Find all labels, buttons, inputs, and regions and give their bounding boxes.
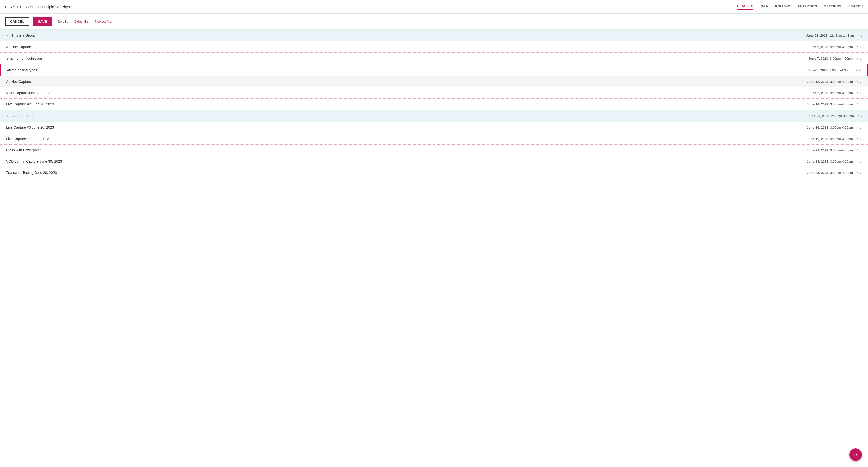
sort-oldest-button[interactable]: Oldest first xyxy=(74,20,89,23)
page-title: PHYS-101 - Section Principles of Physics xyxy=(5,4,74,9)
move-down-icon[interactable] xyxy=(860,148,862,152)
move-down-icon[interactable] xyxy=(860,102,862,106)
class-list: This is a Group June 21, 2023 12:41am-1:… xyxy=(0,30,868,178)
group-time: 2:53pm-3:13pm xyxy=(831,114,854,118)
sort-newest-button[interactable]: Newest first xyxy=(95,20,112,23)
reorder-arrows xyxy=(856,57,862,61)
reorder-arrows xyxy=(857,148,862,152)
group-date: June 21, 2023 xyxy=(806,34,828,37)
move-up-icon[interactable] xyxy=(857,171,859,175)
move-up-icon[interactable] xyxy=(857,137,859,141)
group-time: 12:41am-1:41am xyxy=(829,34,854,37)
move-up-icon[interactable] xyxy=(857,148,859,152)
move-down-icon[interactable] xyxy=(859,68,861,72)
move-down-icon[interactable] xyxy=(860,171,862,175)
class-title: VOD Capture June 20, 2023 xyxy=(6,91,51,95)
reorder-arrows xyxy=(857,91,862,95)
move-down-icon[interactable] xyxy=(860,91,862,95)
move-up-icon[interactable] xyxy=(857,79,859,84)
move-up-icon[interactable] xyxy=(856,57,859,61)
move-up-icon[interactable] xyxy=(858,114,860,118)
list-item: Live Capture June 20, 2023 June 19, 2023… xyxy=(0,133,868,144)
list-item: VOD 30 min Capture June 30, 2023 June 23… xyxy=(0,156,868,167)
move-up-icon[interactable] xyxy=(857,91,859,95)
move-up-icon[interactable] xyxy=(857,102,859,106)
list-item: Sharing from collection June 7, 2023 3:0… xyxy=(0,53,868,64)
move-down-icon[interactable] xyxy=(860,159,862,163)
cancel-button[interactable]: CANCEL xyxy=(5,17,29,26)
toolbar: CANCEL SAVE Sort By Oldest first Newest … xyxy=(0,13,868,30)
reorder-arrows xyxy=(858,33,863,37)
sort-by-label: Sort By xyxy=(58,20,68,23)
move-up-icon[interactable] xyxy=(857,45,859,49)
group-title: This is a Group xyxy=(11,33,35,37)
list-item: Class with Powerpoint June 21, 2023 3:00… xyxy=(0,144,868,156)
reorder-arrows xyxy=(857,171,862,175)
move-down-icon[interactable] xyxy=(860,137,862,141)
group-row: This is a Group June 21, 2023 12:41am-1:… xyxy=(0,30,868,41)
move-down-icon[interactable] xyxy=(860,126,862,130)
group-row: Another Group June 20, 2023 2:53pm-3:13p… xyxy=(0,110,868,122)
nav-settings[interactable]: SETTINGS xyxy=(824,4,841,9)
list-item: Ad Hoc Capture June 9, 2023 3:00pm-4:00p… xyxy=(0,41,868,53)
class-title: Transcript Testing June 20, 2023 xyxy=(6,171,57,175)
list-item-wrapper: Sharing from collection June 7, 2023 3:0… xyxy=(0,53,868,76)
group-collapse-icon[interactable] xyxy=(5,33,9,38)
top-nav: PHYS-101 - Section Principles of Physics… xyxy=(0,0,868,13)
list-item: Transcript Testing June 20, 2023 June 26… xyxy=(0,167,868,178)
list-item: Live Capture #2 June 20, 2023 June 14, 2… xyxy=(0,99,868,110)
class-title: All the polling types xyxy=(7,68,37,72)
move-down-icon[interactable] xyxy=(860,45,862,49)
reorder-arrows xyxy=(857,79,862,84)
move-up-icon[interactable] xyxy=(857,126,859,130)
list-item: Live Capture #3 June 20, 2023 June 16, 2… xyxy=(0,122,868,133)
nav-classes[interactable]: CLASSES xyxy=(737,4,753,9)
save-button[interactable]: SAVE xyxy=(33,17,52,26)
class-title: Class with Powerpoint xyxy=(6,148,41,152)
nav-analytics[interactable]: ANALYTICS xyxy=(798,4,817,9)
group-date: June 20, 2023 xyxy=(808,114,829,118)
move-down-icon[interactable] xyxy=(861,114,863,118)
list-item: VOD Capture June 20, 2023 June 2, 2023 3… xyxy=(0,87,868,99)
reorder-arrows xyxy=(857,102,862,106)
move-down-icon[interactable] xyxy=(860,79,862,84)
nav-links: CLASSES Q&A POLLING ANALYTICS SETTINGS S… xyxy=(737,4,863,9)
move-up-icon[interactable] xyxy=(858,33,860,37)
reorder-arrows xyxy=(858,114,863,118)
class-title: Live Capture June 20, 2023 xyxy=(6,137,49,141)
class-title: Ad Hoc Capture xyxy=(6,45,31,49)
class-title: Ad Hoc Capture xyxy=(6,79,31,84)
class-title: VOD 30 min Capture June 30, 2023 xyxy=(6,159,62,163)
reorder-arrows xyxy=(856,68,861,72)
nav-search[interactable]: SEARCH xyxy=(848,4,863,9)
list-item: Ad Hoc Capture June 12, 2023 3:00pm-4:00… xyxy=(0,76,868,87)
move-up-icon[interactable] xyxy=(856,68,858,72)
list-item-selected: All the polling types June 5, 2023 3:00p… xyxy=(0,64,868,76)
class-title: Live Capture #2 June 20, 2023 xyxy=(6,102,54,106)
nav-polling[interactable]: POLLING xyxy=(775,4,790,9)
move-down-icon[interactable] xyxy=(859,57,862,61)
nav-qa[interactable]: Q&A xyxy=(761,4,768,9)
move-up-icon[interactable] xyxy=(857,159,859,163)
group-title: Another Group xyxy=(11,114,34,118)
group-collapse-icon[interactable] xyxy=(5,114,9,118)
reorder-arrows xyxy=(857,159,862,163)
reorder-arrows xyxy=(857,45,862,49)
reorder-arrows xyxy=(857,137,862,141)
move-down-icon[interactable] xyxy=(861,33,863,37)
class-title: Sharing from collection xyxy=(6,57,42,61)
class-title: Live Capture #3 June 20, 2023 xyxy=(6,126,54,130)
reorder-arrows xyxy=(857,126,862,130)
